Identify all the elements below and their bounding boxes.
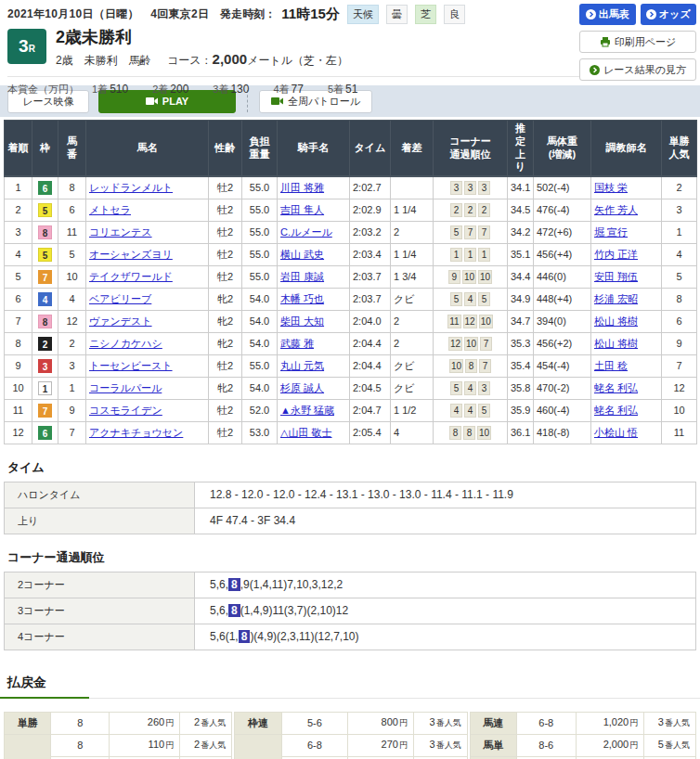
payout-amount-value: 800 [382, 716, 398, 727]
results-column-header-line: 番 [59, 148, 84, 161]
jockey-name-link[interactable]: 吉田 隼人 [280, 204, 324, 215]
frame-number: 8 [38, 315, 52, 328]
frame-number: 3 [38, 359, 52, 373]
sex-age: 牡2 [209, 354, 242, 377]
margin: クビ [391, 288, 434, 310]
last-3f: 35.9 [508, 399, 534, 421]
horse-name-cell: トーセンビースト [86, 354, 209, 377]
trainer-name-link[interactable]: 国枝 栄 [594, 182, 628, 193]
trainer-name-link[interactable]: 竹内 正洋 [594, 249, 638, 260]
trainer-cell: 松山 将樹 [591, 332, 662, 354]
horse-weight: 394(0) [534, 310, 591, 332]
corner-order-suffix: (1,4,9)11(3,7)(2,10)12 [240, 604, 349, 617]
sex-age: 牝2 [209, 310, 242, 332]
results-table-header: 着順枠馬番馬名性齢負担重量騎手名タイム着差コーナー通過順位推定上り馬体重(増減)… [5, 121, 697, 177]
trainer-cell: 国枝 栄 [591, 176, 662, 199]
results-column-header-line: 人気 [663, 148, 695, 161]
jockey-name-link[interactable]: 横山 武史 [280, 249, 324, 260]
prize-item: 1着510 [92, 83, 128, 96]
odds-button[interactable]: オッズ [641, 4, 697, 25]
corner-order-prefix: 5,6(1, [210, 630, 239, 643]
start-time-value: 11時15分 [281, 6, 340, 23]
course-distance: 2,000 [213, 51, 248, 67]
horse-number: 5 [58, 243, 86, 265]
odds-button-label: オッズ [659, 7, 691, 21]
jockey-name-link[interactable]: 丸山 元気 [280, 360, 324, 371]
time-section-title: タイム [7, 459, 700, 476]
corner-position-box: 1 [450, 248, 462, 262]
horse-name-link[interactable]: ベアビリーブ [89, 293, 151, 304]
payout-amount-unit: 円 [629, 740, 638, 750]
trainer-name-link[interactable]: 堀 宣行 [594, 226, 628, 238]
results-column-header-line: タイム [351, 142, 389, 155]
jockey-name-link[interactable]: △山田 敬士 [280, 427, 332, 438]
jockey-name-link[interactable]: C.ルメール [280, 226, 332, 238]
trainer-cell: 堀 宣行 [591, 221, 662, 243]
trainer-name-link[interactable]: 土田 稔 [594, 360, 628, 371]
race-number-badge: 3 R [7, 29, 46, 64]
trainer-name-link[interactable]: 小桧山 悟 [594, 427, 638, 438]
horse-number: 3 [58, 354, 86, 377]
horse-weight: 502(-4) [534, 176, 591, 199]
trainer-cell: 竹内 正洋 [591, 243, 662, 265]
payout-amount: 110円 [110, 734, 180, 756]
horse-name-link[interactable]: レッドランメルト [89, 182, 173, 193]
corner-row-value: 5,6,8,9(1,4,11)7,10,3,12,2 [195, 572, 696, 598]
table-row: 168レッドランメルト牡255.0川田 将雅2:02.733334.1502(-… [5, 176, 697, 199]
corner-position-box: 5 [478, 404, 490, 418]
corner-position-box: 5 [450, 225, 462, 239]
horse-number: 10 [58, 265, 86, 288]
horse-name-link[interactable]: コスモライデン [89, 405, 162, 416]
trainer-cell: 蛯名 利弘 [591, 377, 662, 399]
margin: 1 1/4 [391, 243, 434, 265]
horse-name-link[interactable]: コリエンテス [89, 226, 152, 238]
corner-positions: 1087 [434, 354, 508, 377]
horse-name-link[interactable]: ヴァンデスト [89, 315, 152, 327]
frame-number: 2 [38, 337, 52, 351]
payout-table: 枠連5-6800円3番人気ワイド6-8270円3番人気8-11120円1番人気6… [234, 712, 468, 759]
win-favorite-rank: 8 [662, 288, 697, 310]
last-3f: 34.1 [508, 176, 534, 199]
print-page-button[interactable]: 印刷用ページ [579, 31, 696, 53]
corner-position-box: 1 [478, 248, 490, 262]
jockey-name-link[interactable]: 柴田 大知 [280, 315, 324, 327]
table-row: 256メトセラ牡255.0吉田 隼人2:02.91 1/422234.5476(… [5, 199, 697, 221]
horse-name-link[interactable]: オーシャンズヨリ [89, 249, 173, 260]
horse-name-link[interactable]: メトセラ [89, 204, 131, 215]
race-header: 2021年10月10日（日曜） 4回東京2日 発走時刻： 11時15分 天候 曇… [0, 0, 700, 80]
jockey-name-link[interactable]: 木幡 巧也 [280, 293, 324, 304]
trainer-name-link[interactable]: 松山 将樹 [594, 315, 638, 327]
howto-read-button[interactable]: レース結果の見方 [579, 58, 696, 81]
jockey-name-link[interactable]: 川田 将雅 [280, 182, 324, 193]
corner-positions: 8810 [434, 421, 508, 444]
trainer-name-link[interactable]: 蛯名 利弘 [594, 382, 638, 393]
jockey-name-link[interactable]: 武藤 雅 [280, 338, 314, 349]
margin: 1 1/2 [391, 399, 434, 421]
jockey-name-link[interactable]: ▲永野 猛蔵 [280, 405, 334, 416]
entries-button[interactable]: 出馬表 [579, 4, 636, 25]
finish-time: 2:02.9 [350, 199, 391, 221]
horse-name-cell: コーラルパール [86, 377, 209, 399]
frame-number: 1 [38, 381, 52, 395]
race-conditions: 2歳 未勝利 馬齢 コース：2,000メートル（芝・左） [56, 51, 348, 69]
trainer-name-link[interactable]: 松山 将樹 [594, 338, 638, 349]
horse-name-link[interactable]: アクナキチョウセン [89, 427, 183, 438]
jockey-name-link[interactable]: 岩田 康誠 [280, 271, 324, 282]
horse-name-link[interactable]: コーラルパール [89, 382, 162, 393]
trainer-name-link[interactable]: 杉浦 宏昭 [594, 293, 638, 304]
trainer-name-link[interactable]: 蛯名 利弘 [594, 405, 638, 416]
jockey-name-link[interactable]: 杉原 誠人 [280, 382, 324, 393]
horse-number: 11 [58, 221, 86, 243]
corner-winner-highlight: 8 [228, 604, 240, 617]
frame-cell: 7 [32, 399, 58, 421]
trainer-cell: 小桧山 悟 [591, 421, 662, 444]
horse-name-link[interactable]: テイクザワールド [89, 271, 173, 282]
race-title-block: 2歳未勝利 2歳 未勝利 馬齢 コース：2,000メートル（芝・左） [56, 29, 348, 69]
trainer-name-link[interactable]: 矢作 芳人 [594, 204, 638, 215]
horse-name-link[interactable]: ニシノカケハシ [89, 338, 162, 349]
horse-name-cell: アクナキチョウセン [86, 421, 209, 444]
horse-name-link[interactable]: トーセンビースト [89, 360, 173, 371]
payout-favorite-unit: 番人気 [201, 718, 226, 727]
trainer-name-link[interactable]: 安田 翔伍 [594, 271, 638, 282]
table-row: 1267アクナキチョウセン牡253.0△山田 敬士2:05.44881036.1… [5, 421, 697, 444]
